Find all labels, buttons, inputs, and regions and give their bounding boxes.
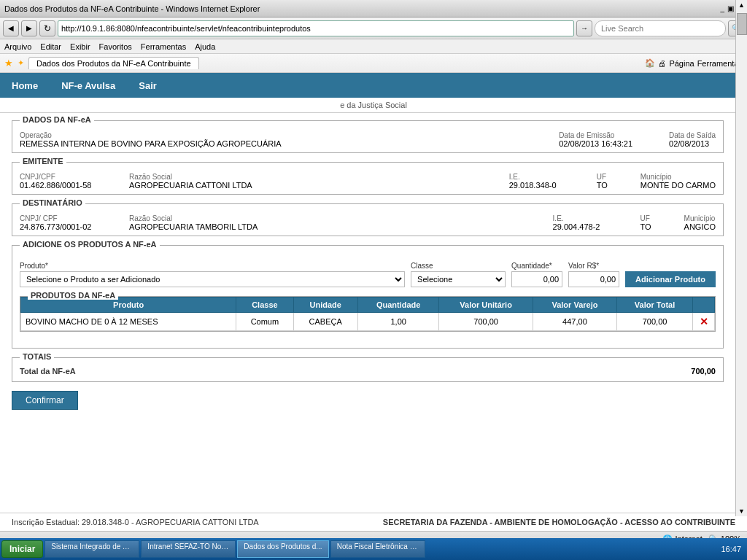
nav-sair[interactable]: Sair (127, 73, 169, 98)
row-delete-cell: ✕ (693, 313, 715, 331)
destinatario-section: DESTINATÁRIO CNPJ/ CPF 24.876.773/0001-0… (12, 203, 724, 236)
menu-ajuda[interactable]: Ajuda (195, 42, 215, 51)
classe-form-group: Classe Selecione (411, 262, 506, 287)
emit-cnpj-value: 01.462.886/0001-58 (20, 181, 115, 190)
emitente-section: EMITENTE CNPJ/CPF 01.462.886/0001-58 Raz… (12, 162, 724, 195)
browser-toolbar: ◀ ▶ ↻ → 🔍 (0, 18, 747, 39)
print-icon[interactable]: 🖨 (658, 59, 666, 68)
emit-uf-value: TO (597, 181, 626, 190)
emit-uf-group: UF TO (597, 173, 626, 190)
emit-razao-group: Razão Social AGROPECUARIA CATTONI LTDA (129, 173, 495, 190)
add-product-button[interactable]: Adicionar Produto (625, 271, 716, 287)
scrollbar[interactable]: ▲ ▼ (735, 0, 747, 483)
dest-razao-value: AGROPECUARIA TAMBORIL LTDA (129, 222, 538, 231)
col-unidade: Unidade (293, 298, 357, 313)
row-quantidade: 1,00 (357, 313, 439, 331)
nav-home[interactable]: Home (0, 73, 50, 98)
col-quantidade: Quantidade (357, 298, 439, 313)
emit-municipio-label: Município (640, 173, 716, 181)
delete-row-button[interactable]: ✕ (700, 316, 708, 327)
search-input[interactable] (595, 20, 726, 36)
operacao-label: Operação (20, 131, 282, 139)
address-bar[interactable] (58, 20, 574, 36)
quantidade-form-group: Quantidade* (511, 262, 562, 287)
dest-uf-group: UF TO (640, 214, 670, 231)
totals-row: Total da NF-eA 700,00 (20, 365, 716, 377)
operacao-value: REMESSA INTERNA DE BOVINO PARA EXPOSIÇÃO… (20, 139, 282, 148)
forward-button[interactable]: ▶ (21, 20, 37, 36)
table-header-row: Produto Classe Unidade Quantidade Valor … (21, 298, 715, 313)
dados-nfea-title: DADOS DA NF-eA (20, 115, 94, 124)
dest-ie-group: I.E. 29.004.478-2 (553, 214, 626, 231)
quantidade-label: Quantidade* (511, 262, 562, 270)
refresh-button[interactable]: ↻ (39, 20, 55, 36)
main-nav: Home NF-e Avulsa Sair (0, 73, 747, 98)
home-icon[interactable]: 🏠 (645, 58, 655, 68)
destinatario-title: DESTINATÁRIO (20, 198, 85, 207)
emit-uf-label: UF (597, 173, 626, 181)
back-button[interactable]: ◀ (3, 20, 19, 36)
col-valor-total: Valor Total (617, 298, 693, 313)
total-label: Total da NF-eA (20, 367, 76, 376)
add-product-title: ADICIONE OS PRODUTOS A NF-eA (20, 240, 160, 249)
row-valor-unitario: 700,00 (439, 313, 533, 331)
emitente-title: EMITENTE (20, 157, 66, 166)
data-emissao-group: Data de Emissão 02/08/2013 16:43:21 (559, 131, 632, 148)
emitente-labels: CNPJ/CPF 01.462.886/0001-58 Razão Social… (20, 173, 716, 190)
page-menu[interactable]: Página (669, 59, 694, 68)
row-valor-total: 700,00 (617, 313, 693, 331)
emit-ie-label: I.E. (509, 173, 582, 181)
favorites-tab[interactable]: Dados dos Produtos da NF-eA Contribuinte (28, 57, 199, 69)
product-form-row: Produto* Selecione o Produto a ser Adici… (20, 262, 716, 287)
menu-exibir[interactable]: Exibir (70, 42, 90, 51)
dados-nfea-section: DADOS DA NF-eA Operação REMESSA INTERNA … (12, 120, 724, 153)
banner-text: e da Justiça Social (340, 101, 407, 109)
scroll-up-arrow[interactable]: ▲ (737, 0, 746, 10)
data-emissao-label: Data de Emissão (559, 131, 632, 139)
nav-nfe-avulsa[interactable]: NF-e Avulsa (50, 73, 127, 98)
emit-municipio-group: Município MONTE DO CARMO (640, 173, 716, 190)
col-valor-varejo: Valor Varejo (533, 298, 616, 313)
dest-ie-label: I.E. (553, 214, 626, 222)
dest-labels: CNPJ/ CPF 24.876.773/0001-02 Razão Socia… (20, 214, 716, 231)
minimize-btn[interactable]: _ (720, 4, 724, 12)
dest-municipio-value: ANGICO (684, 222, 716, 231)
emit-ie-group: I.E. 29.018.348-0 (509, 173, 582, 190)
data-emissao-value: 02/08/2013 16:43:21 (559, 139, 632, 148)
go-button[interactable]: → (576, 20, 592, 36)
scroll-thumb[interactable] (737, 13, 747, 35)
totals-title: TOTAIS (20, 352, 54, 361)
menu-arquivo[interactable]: Arquivo (4, 42, 31, 51)
produto-select[interactable]: Selecione o Produto a ser Adicionado (20, 271, 405, 287)
header-banner: e da Justiça Social (0, 98, 747, 113)
add-favorites[interactable]: ✦ (18, 58, 24, 68)
row-unidade: CABEÇA (293, 313, 357, 331)
row-produto: BOVINO MACHO DE 0 À 12 MESES (21, 313, 236, 331)
emit-razao-value: AGROPECUARIA CATTONI LTDA (129, 181, 495, 190)
classe-select[interactable]: Selecione (411, 271, 506, 287)
main-content: DADOS DA NF-eA Operação REMESSA INTERNA … (0, 113, 735, 483)
emit-municipio-value: MONTE DO CARMO (640, 181, 716, 190)
col-actions (693, 298, 715, 313)
toolbar-icons: 🏠 🖨 Página Ferramentas (645, 58, 743, 68)
dados-nfea-row1: Operação REMESSA INTERNA DE BOVINO PARA … (20, 131, 716, 148)
quantidade-input[interactable] (511, 271, 562, 287)
add-product-section: ADICIONE OS PRODUTOS A NF-eA Produto* Se… (12, 245, 724, 349)
produto-label: Produto* (20, 262, 405, 270)
menu-ferramentas[interactable]: Ferramentas (141, 42, 186, 51)
data-saida-label: Data de Saída (669, 131, 716, 139)
data-saida-value: 02/08/2013 (669, 139, 716, 148)
menu-editar[interactable]: Editar (40, 42, 61, 51)
valor-form-group: Valor R$* (568, 262, 619, 287)
favorites-star[interactable]: ★ (4, 58, 13, 69)
restore-btn[interactable]: ▣ (727, 4, 734, 12)
emit-razao-label: Razão Social (129, 173, 495, 181)
menu-favoritos[interactable]: Favoritos (99, 42, 132, 51)
row-valor-varejo: 447,00 (533, 313, 616, 331)
total-value: 700,00 (691, 367, 716, 376)
valor-input[interactable] (568, 271, 619, 287)
dest-razao-label: Razão Social (129, 214, 538, 222)
confirm-button[interactable]: Confirmar (12, 391, 78, 410)
dest-cnpj-label: CNPJ/ CPF (20, 214, 115, 222)
dest-uf-value: TO (640, 222, 670, 231)
